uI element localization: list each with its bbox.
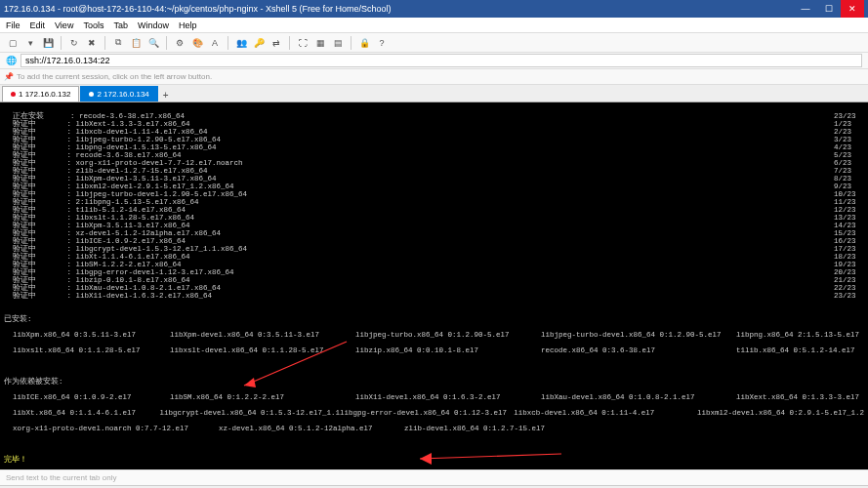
toolbar-separator — [61, 36, 62, 50]
disconnect-icon[interactable]: ✖ — [85, 36, 99, 50]
lock-icon[interactable]: 🔒 — [357, 36, 371, 50]
menu-edit[interactable]: Edit — [30, 20, 46, 30]
status-dot-icon — [89, 92, 94, 97]
session-tab-label: 2 172.16.0.134 — [97, 90, 148, 99]
open-session-icon[interactable]: ▾ — [23, 36, 37, 50]
find-icon[interactable]: 🔍 — [146, 36, 160, 50]
terminal-output[interactable]: 正在安装 : recode-3.6-38.el7.x86_6423/23 验证中… — [0, 102, 868, 469]
session-tab-1[interactable]: 1 172.16.0.132 — [2, 86, 79, 102]
color-icon[interactable]: 🎨 — [190, 36, 204, 50]
session-tab-label: 1 172.16.0.132 — [19, 90, 70, 99]
address-bar: 🌐 ssh://172.16.0.134:22 — [0, 53, 868, 69]
status-dot-icon — [11, 92, 16, 97]
pin-icon[interactable]: 📌 — [4, 72, 14, 82]
menu-tools[interactable]: Tools — [83, 20, 103, 30]
session-tab-2[interactable]: 2 172.16.0.134 — [80, 86, 157, 102]
new-session-icon[interactable]: ▢ — [6, 36, 20, 50]
done-label: 完毕！ — [4, 456, 27, 464]
fullscreen-icon[interactable]: ⛶ — [296, 36, 310, 50]
users-icon[interactable]: 👥 — [234, 36, 248, 50]
save-icon[interactable]: 💾 — [41, 36, 55, 50]
toolbar-separator — [104, 36, 105, 50]
link-bar-hint: To add the current session, click on the… — [17, 72, 212, 81]
toolbar: ▢ ▾ 💾 ↻ ✖ ⧉ 📋 🔍 ⚙ 🎨 A 👥 🔑 ⇄ ⛶ ▦ ▤ 🔒 ? — [0, 33, 868, 53]
font-icon[interactable]: A — [208, 36, 222, 50]
tile-icon[interactable]: ▦ — [313, 36, 327, 50]
menubar: File Edit View Tools Tab Window Help — [0, 18, 868, 33]
installed-header: 已安装: — [4, 315, 170, 323]
globe-icon: 🌐 — [6, 56, 17, 65]
window-title: 172.16.0.134 - root@host-172-16-110-44:~… — [4, 4, 794, 14]
window-close-button[interactable]: ✕ — [841, 0, 864, 18]
copy-icon[interactable]: ⧉ — [111, 36, 125, 50]
toolbar-separator — [227, 36, 228, 50]
toolbar-separator — [289, 36, 290, 50]
deps-header: 作为依赖被安装: — [4, 378, 63, 386]
window-minimize-button[interactable]: — — [794, 0, 817, 18]
properties-icon[interactable]: ⚙ — [173, 36, 186, 50]
send-input-placeholder: Send text to the current tab only — [6, 473, 116, 482]
menu-help[interactable]: Help — [179, 20, 197, 30]
send-input-bar[interactable]: Send text to the current tab only — [0, 469, 868, 485]
window-maximize-button[interactable]: ☐ — [817, 0, 841, 18]
menu-file[interactable]: File — [6, 20, 21, 30]
menu-tab[interactable]: Tab — [113, 20, 128, 30]
key-icon[interactable]: 🔑 — [252, 36, 266, 50]
reconnect-icon[interactable]: ↻ — [67, 36, 81, 50]
window-titlebar: 172.16.0.134 - root@host-172-16-110-44:~… — [0, 0, 868, 18]
session-tabbar: 1 172.16.0.132 2 172.16.0.134 + — [0, 85, 868, 102]
help-icon[interactable]: ? — [375, 36, 389, 50]
paste-icon[interactable]: 📋 — [129, 36, 143, 50]
cascade-icon[interactable]: ▤ — [331, 36, 345, 50]
address-input[interactable]: ssh://172.16.0.134:22 — [21, 54, 862, 67]
menu-view[interactable]: View — [55, 20, 73, 30]
link-bar: 📌 To add the current session, click on t… — [0, 69, 868, 85]
transfer-icon[interactable]: ⇄ — [269, 36, 283, 50]
toolbar-separator — [351, 36, 351, 50]
menu-window[interactable]: Window — [138, 20, 169, 30]
add-tab-button[interactable]: + — [159, 88, 173, 102]
toolbar-separator — [166, 36, 167, 50]
